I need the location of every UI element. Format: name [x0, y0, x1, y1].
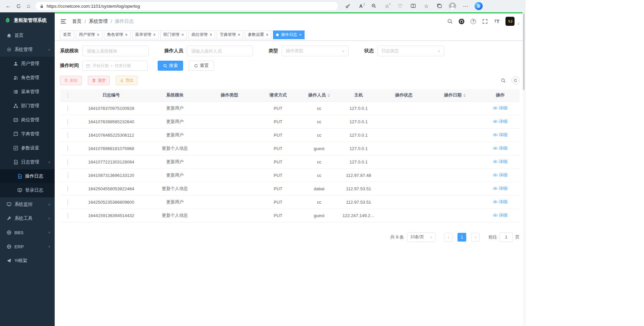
type-select[interactable]: 操作类型 ∨ [282, 46, 348, 56]
read-aloud-icon[interactable]: A) [357, 2, 365, 10]
browser-home-button[interactable]: ⌂ [23, 1, 34, 11]
collections-icon[interactable] [435, 2, 443, 10]
tab-home[interactable]: 首页 [60, 30, 74, 39]
close-icon[interactable]: × [210, 33, 212, 37]
sidebar-item-dictionary-management[interactable]: 字典管理 [0, 127, 55, 141]
row-checkbox[interactable] [67, 146, 68, 151]
row-checkbox[interactable] [67, 159, 68, 165]
status-select[interactable]: 日志状态 ∨ [377, 46, 444, 56]
sidebar-item-home[interactable]: 首页 [0, 28, 55, 43]
row-checkbox[interactable] [67, 132, 68, 138]
prev-page-button[interactable]: ‹ [444, 233, 453, 242]
reset-button[interactable]: 重置 [189, 61, 214, 71]
tab-dictionary-management[interactable]: 字典管理× [217, 30, 243, 39]
show-search-icon[interactable] [500, 77, 506, 83]
next-page-button[interactable]: › [471, 233, 480, 242]
page-scrollbar[interactable] [523, 12, 525, 326]
sidebar-item-system-tools[interactable]: 系统工具 ∨ [0, 211, 55, 225]
breadcrumb-system[interactable]: 系统管理 [89, 18, 108, 24]
tab-menu-management[interactable]: 菜单管理× [132, 30, 159, 39]
sidebar-item-system-monitor[interactable]: 系统监控 ∨ [0, 197, 55, 211]
row-checkbox[interactable] [67, 119, 68, 125]
current-page[interactable]: 1 [458, 233, 466, 242]
col-date[interactable]: 操作日期 [429, 89, 481, 102]
close-icon[interactable]: × [299, 33, 302, 37]
row-checkbox[interactable] [67, 106, 68, 111]
detail-link[interactable]: 详细 [493, 172, 507, 178]
select-all-checkbox[interactable] [67, 92, 68, 98]
refresh-table-icon[interactable] [512, 76, 520, 84]
address-bar[interactable]: https://ccnetcore.com:1101/system/log/op… [35, 1, 338, 11]
sidebar-item-login-log[interactable]: 登录日志 [0, 183, 55, 197]
detail-link[interactable]: 详细 [493, 199, 507, 205]
search-button[interactable]: 搜索 [158, 61, 183, 71]
tab-department-management[interactable]: 部门管理× [160, 30, 187, 39]
sidebar-item-parameter-settings[interactable]: 参数设置 [0, 141, 55, 155]
passwords-icon[interactable] [344, 2, 352, 10]
tab-operation-log[interactable]: 操作日志× [273, 30, 305, 39]
chevron-down-icon[interactable]: ∨ [517, 22, 520, 25]
sidebar-item-menu-management[interactable]: 菜单管理 [0, 85, 55, 99]
close-icon[interactable]: × [125, 33, 127, 37]
tab-user-management[interactable]: 用户管理× [76, 30, 102, 39]
fullscreen-icon[interactable] [482, 18, 488, 24]
split-screen-icon[interactable] [409, 2, 417, 10]
hamburger-icon[interactable] [60, 18, 67, 25]
export-button[interactable]: 导出 [116, 76, 138, 85]
text-size-icon[interactable]: TT [494, 18, 500, 24]
page-size-select[interactable]: 10条/页 ∨ [407, 233, 435, 242]
search-icon[interactable] [447, 18, 453, 24]
github-icon[interactable] [459, 18, 465, 24]
sidebar-item-role-management[interactable]: 角色管理 [0, 71, 55, 85]
row-checkbox[interactable] [67, 173, 68, 178]
profile-avatar[interactable] [448, 2, 457, 10]
sidebar-item-yi-framework[interactable]: Yi框架 [0, 254, 55, 268]
goto-page-input[interactable] [499, 233, 513, 242]
detail-link[interactable]: 详细 [493, 145, 507, 151]
sidebar-item-log-management[interactable]: 日志管理 ∧ [0, 155, 55, 169]
clear-button[interactable]: 清空 [88, 76, 110, 85]
close-icon[interactable]: × [181, 33, 184, 37]
user-avatar[interactable]: YJ [505, 17, 515, 26]
add-favorite-icon[interactable]: ☆+ [383, 2, 391, 10]
sidebar-item-erp[interactable]: ERP ∨ [0, 240, 55, 254]
help-icon[interactable]: ? [470, 18, 476, 24]
tab-post-management[interactable]: 岗位管理× [189, 30, 215, 39]
close-icon[interactable]: × [153, 33, 156, 37]
sort-icon[interactable] [463, 92, 466, 99]
sidebar-item-post-management[interactable]: 岗位管理 [0, 113, 55, 127]
row-checkbox[interactable] [67, 199, 68, 205]
detail-link[interactable]: 详细 [493, 159, 507, 165]
detail-link[interactable]: 详细 [493, 119, 507, 125]
browser-refresh-button[interactable] [13, 1, 23, 11]
detail-link[interactable]: 详细 [493, 212, 507, 218]
sidebar-item-bbs[interactable]: BBS ∨ [0, 225, 55, 240]
tab-parameter-settings[interactable]: 参数设置× [245, 30, 271, 39]
sidebar-item-system-management[interactable]: 系统管理 ∧ [0, 43, 55, 57]
browser-back-button[interactable]: ← [3, 1, 13, 11]
sidebar-item-department-management[interactable]: 部门管理 [0, 99, 55, 113]
detail-link[interactable]: 详细 [493, 105, 507, 111]
sort-icon[interactable] [327, 92, 330, 99]
scrollbar-thumb[interactable] [523, 13, 525, 90]
breadcrumb-home[interactable]: 首页 [72, 18, 82, 24]
operator-input[interactable] [187, 46, 253, 56]
close-icon[interactable]: × [97, 33, 99, 37]
module-input[interactable] [83, 46, 149, 56]
sidebar-item-user-management[interactable]: 用户管理 [0, 57, 55, 71]
detail-link[interactable]: 详细 [493, 186, 507, 192]
row-checkbox[interactable] [67, 186, 68, 192]
zoom-out-icon[interactable] [370, 2, 378, 10]
favorites-icon[interactable]: ☆ [422, 2, 430, 10]
copilot-icon[interactable]: b [475, 2, 483, 10]
close-icon[interactable]: × [238, 33, 240, 37]
row-checkbox[interactable] [67, 213, 68, 218]
delete-button[interactable]: 删除 [60, 76, 82, 85]
settings-menu-icon[interactable]: ⋯ [462, 2, 470, 10]
date-range-picker[interactable]: 开始日期 - 结束日期 [83, 61, 148, 71]
close-icon[interactable]: × [266, 33, 268, 37]
tab-role-management[interactable]: 角色管理× [104, 30, 130, 39]
col-operator[interactable]: 操作人员 [300, 89, 338, 102]
sidebar-item-operation-log[interactable]: 操作日志 [0, 169, 55, 183]
browser-essentials-icon[interactable]: ♡ [396, 2, 404, 10]
